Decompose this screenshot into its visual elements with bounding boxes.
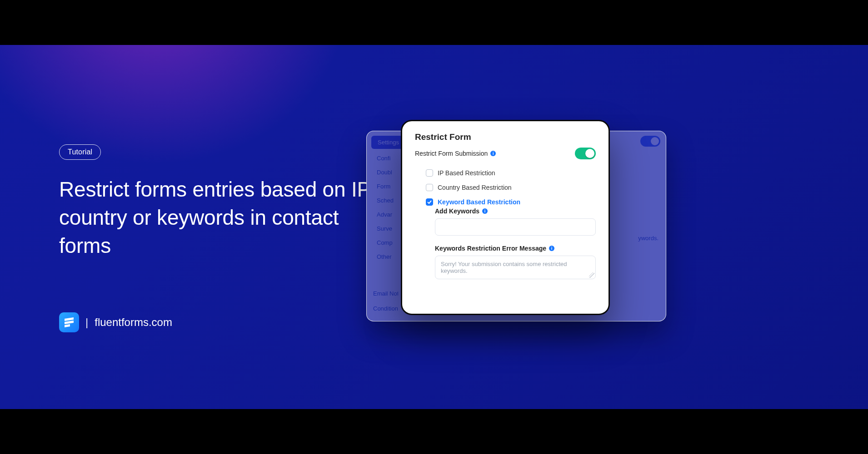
- letterbox-top: [0, 0, 868, 45]
- keywords-input[interactable]: [435, 218, 596, 236]
- screenshot-stack: Settings Confi Doubl Form Sched Advar Su…: [366, 131, 666, 331]
- add-keywords-label: Add Keywords i: [435, 207, 596, 215]
- sidebar-item[interactable]: Other: [377, 253, 394, 260]
- settings-sidebar-list: Confi Doubl Form Sched Advar Surve Comp …: [377, 155, 394, 260]
- backdrop-toggle[interactable]: [640, 136, 660, 147]
- checkbox-icon: [426, 198, 433, 206]
- checkbox-icon: [426, 184, 433, 191]
- restrict-form-card: Restrict Form Restrict Form Submission i…: [401, 120, 610, 315]
- info-icon[interactable]: i: [482, 208, 488, 214]
- sidebar-item[interactable]: Email Not: [373, 290, 398, 297]
- checkbox-ip-restriction[interactable]: IP Based Restriction: [426, 169, 596, 177]
- checkbox-label: IP Based Restriction: [438, 169, 495, 177]
- sidebar-item[interactable]: Form: [377, 183, 394, 190]
- checkbox-label: Keyword Based Restriction: [438, 198, 520, 206]
- brand-separator: |: [85, 316, 88, 329]
- keyword-config: Add Keywords i Keywords Restriction Erro…: [415, 207, 596, 279]
- sidebar-item[interactable]: Sched: [377, 197, 394, 204]
- brand-text: fluentforms.com: [95, 316, 172, 329]
- brand: | fluentforms.com: [59, 312, 172, 332]
- checkbox-label: Country Based Restriction: [438, 184, 512, 191]
- sidebar-item[interactable]: Surve: [377, 225, 394, 232]
- toggle-label: Restrict Form Submission i: [415, 150, 496, 157]
- restrict-toggle[interactable]: [575, 148, 596, 159]
- textarea-placeholder: Sorry! Your submission contains some res…: [441, 261, 567, 274]
- sidebar-item[interactable]: Comp: [377, 239, 394, 246]
- info-icon[interactable]: i: [549, 246, 554, 251]
- sidebar-item[interactable]: Doubl: [377, 169, 394, 176]
- backdrop-note: ywords.: [638, 235, 658, 242]
- card-title: Restrict Form: [415, 132, 596, 142]
- sidebar-item[interactable]: Confi: [377, 155, 394, 162]
- tab-settings[interactable]: Settings: [371, 136, 405, 149]
- headline: Restrict forms entries based on IP, coun…: [59, 175, 377, 260]
- checkbox-icon: [426, 169, 433, 177]
- restriction-options: IP Based Restriction Country Based Restr…: [415, 169, 596, 206]
- sidebar-item[interactable]: Condition: [373, 305, 398, 312]
- brand-logo-icon: [59, 312, 79, 332]
- checkbox-keyword-restriction[interactable]: Keyword Based Restriction: [426, 198, 596, 206]
- left-content: Tutorial Restrict forms entries based on…: [59, 144, 377, 260]
- error-message-textarea[interactable]: Sorry! Your submission contains some res…: [435, 256, 596, 279]
- hero-graphic: Tutorial Restrict forms entries based on…: [0, 0, 868, 454]
- info-icon[interactable]: i: [490, 151, 496, 156]
- error-message-label: Keywords Restriction Error Message i: [435, 245, 596, 252]
- sidebar-item[interactable]: Advar: [377, 211, 394, 218]
- checkbox-country-restriction[interactable]: Country Based Restriction: [426, 184, 596, 191]
- resize-handle-icon[interactable]: [589, 272, 594, 278]
- letterbox-bottom: [0, 409, 868, 454]
- toggle-label-text: Restrict Form Submission: [415, 150, 488, 157]
- category-badge: Tutorial: [59, 144, 101, 160]
- settings-sidebar-bottom: Email Not Condition: [373, 290, 398, 312]
